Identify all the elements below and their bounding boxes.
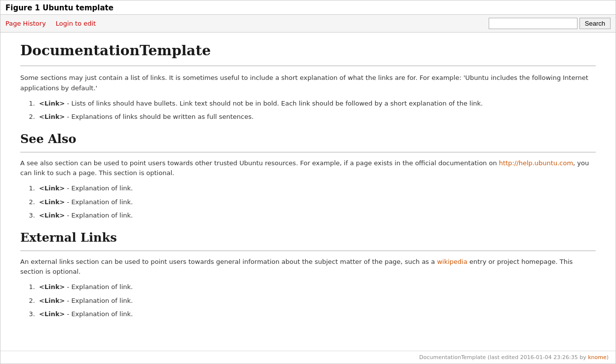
list-item: 3. <Link> - Explanation of link. xyxy=(20,309,596,319)
list-item: 2. <Link> - Explanation of link. xyxy=(20,197,596,207)
list-item: 1. <Link> - Lists of links should have b… xyxy=(20,99,596,109)
see-also-divider xyxy=(20,152,596,152)
list-item: 1. <Link> - Explanation of link. xyxy=(20,183,596,193)
search-button[interactable]: Search xyxy=(579,18,611,29)
intro-paragraph: Some sections may just contain a list of… xyxy=(20,73,596,94)
list-item: 2. <Link> - Explanation of link. xyxy=(20,296,596,306)
external-links-divider xyxy=(20,251,596,251)
outer-wrapper: Figure 1 Ubuntu template Page History Lo… xyxy=(0,0,616,364)
toolbar-left: Page History Login to edit xyxy=(5,20,96,27)
footer-bar: DocumentationTemplate (last edited 2016-… xyxy=(0,351,616,364)
figure-title: Figure 1 Ubuntu template xyxy=(0,0,616,14)
page-title: DocumentationTemplate xyxy=(20,42,596,59)
list-item: 2. <Link> - Explanations of links should… xyxy=(20,112,596,122)
external-links-heading: External Links xyxy=(20,230,596,245)
list-item: 3. <Link> - Explanation of link. xyxy=(20,211,596,220)
see-also-paragraph: A see also section can be used to point … xyxy=(20,158,596,179)
toolbar-right: Search xyxy=(489,18,611,29)
title-divider xyxy=(20,66,596,66)
see-also-heading: See Also xyxy=(20,132,596,146)
search-input[interactable] xyxy=(489,18,578,29)
footer-knome-link[interactable]: knome xyxy=(588,354,607,361)
external-links-paragraph: An external links section can be used to… xyxy=(20,257,596,278)
login-to-edit-link[interactable]: Login to edit xyxy=(56,20,96,27)
help-ubuntu-link[interactable]: http://help.ubuntu.com xyxy=(499,159,573,167)
see-also-link-list: 1. <Link> - Explanation of link. 2. <Lin… xyxy=(20,183,596,220)
intro-link-list: 1. <Link> - Lists of links should have b… xyxy=(20,99,596,122)
content-area: DocumentationTemplate Some sections may … xyxy=(0,33,616,342)
list-item: 1. <Link> - Explanation of link. xyxy=(20,282,596,292)
wikipedia-link[interactable]: wikipedia xyxy=(437,258,467,265)
page-history-link[interactable]: Page History xyxy=(5,20,46,27)
external-links-list: 1. <Link> - Explanation of link. 2. <Lin… xyxy=(20,282,596,319)
toolbar-row: Page History Login to edit Search xyxy=(0,14,616,33)
